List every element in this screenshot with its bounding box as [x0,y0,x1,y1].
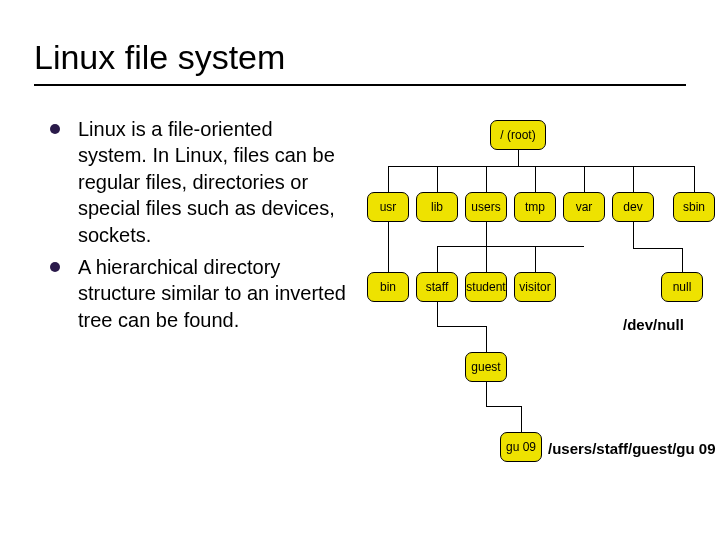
node-root: / (root) [490,120,546,150]
connector [682,248,683,272]
node-bin: bin [367,272,409,302]
bullet-text: Linux is a file-oriented system. In Linu… [78,116,346,248]
connector [535,246,536,272]
connector [437,166,438,192]
bullet-icon [50,262,60,272]
connector [486,222,487,246]
node-usr: usr [367,192,409,222]
node-sbin: sbin [673,192,715,222]
title-underline [34,84,686,86]
connector [633,166,634,192]
node-tmp: tmp [514,192,556,222]
connector [437,302,438,326]
bullet-text: A hierarchical directory structure simil… [78,254,346,333]
annotation-devnull: /dev/null [623,316,684,333]
connector [486,166,487,192]
node-var: var [563,192,605,222]
node-student: student [465,272,507,302]
connector [437,246,584,247]
connector [437,326,486,327]
connector [388,222,389,272]
connector [486,406,521,407]
connector [633,248,682,249]
list-item: Linux is a file-oriented system. In Linu… [50,116,346,248]
node-lib: lib [416,192,458,222]
connector [388,166,389,192]
node-gu09: gu 09 [500,432,542,462]
list-item: A hierarchical directory structure simil… [50,254,346,333]
node-users: users [465,192,507,222]
connector [518,150,519,166]
annotation-path: /users/staff/guest/gu 09 [548,440,716,457]
connector [694,166,695,192]
connector [437,246,438,272]
connector [535,166,536,192]
connector [486,326,487,352]
connector [486,382,487,406]
connector [521,406,522,432]
node-staff: staff [416,272,458,302]
bullet-list: Linux is a file-oriented system. In Linu… [50,116,346,339]
node-dev: dev [612,192,654,222]
connector [633,222,634,248]
connector [584,166,585,192]
node-visitor: visitor [514,272,556,302]
slide-title: Linux file system [34,38,285,77]
node-null: null [661,272,703,302]
bullet-icon [50,124,60,134]
connector [486,246,487,272]
node-guest: guest [465,352,507,382]
connector [388,166,694,167]
